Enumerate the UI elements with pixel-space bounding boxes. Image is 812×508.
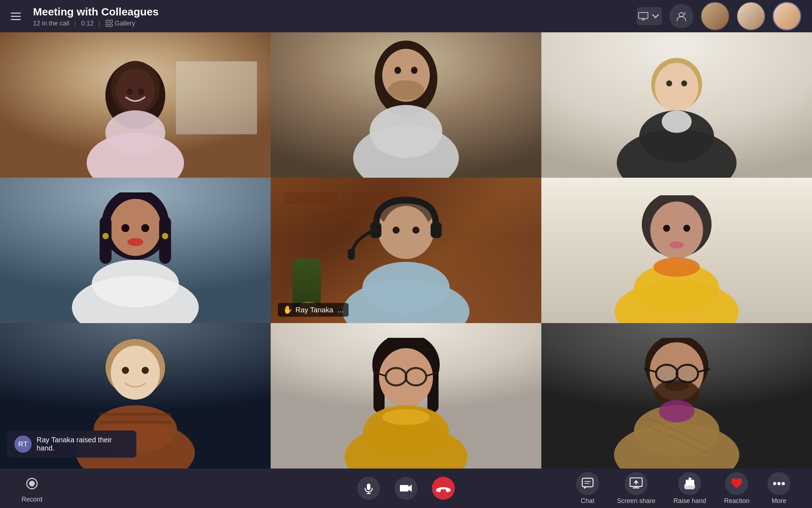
svg-rect-96 [367,484,370,490]
svg-point-113 [782,482,785,485]
mic-icon-bg [357,477,380,500]
avatar-1[interactable] [701,2,729,31]
meeting-title: Meeting with Colleagues [33,5,637,18]
svg-point-27 [666,80,672,87]
toolbar-center [357,477,455,500]
record-icon [22,474,42,494]
svg-point-10 [116,68,155,112]
video-cell-7[interactable]: RT Ray Tanaka raised their hand. [0,323,271,469]
camera-button[interactable] [395,477,417,500]
svg-rect-43 [430,222,442,238]
header-right: + [637,2,801,31]
chat-icon-bg [576,472,599,495]
more-options[interactable]: ... [337,306,344,314]
svg-point-81 [382,409,430,425]
svg-rect-4 [639,13,648,19]
svg-point-111 [773,482,776,485]
svg-point-53 [650,201,703,259]
svg-point-14 [106,110,165,155]
screenshare-icon [630,477,643,490]
reaction-icon [730,477,743,490]
screenshare-icon-bg [625,472,648,495]
toolbar: Record [0,469,812,508]
header: Meeting with Colleagues 12 in the call |… [0,0,812,32]
more-icon [773,482,785,485]
svg-point-86 [656,365,678,382]
toast-text: Ray Tanaka raised their hand. [37,436,129,452]
camera-icon [400,483,412,493]
record-dot-inner [29,481,35,486]
raisehand-icon-bg [678,472,701,495]
video-cell-4[interactable] [0,178,271,323]
screenshare-button[interactable]: Screen share [617,472,655,505]
svg-point-19 [411,67,417,74]
view-label: Gallery [115,20,135,27]
duration: 0:12 [81,20,94,27]
mic-icon [363,483,374,494]
svg-rect-0 [106,20,108,23]
more-button[interactable]: More [767,472,790,505]
svg-point-101 [446,489,449,492]
screen-share-button[interactable] [637,7,662,25]
svg-text:+: + [683,13,685,16]
video-cell-8[interactable] [271,323,541,469]
svg-point-48 [392,226,400,233]
video-cell-1[interactable] [0,32,271,178]
svg-point-47 [363,262,450,313]
separator-1: | [74,20,76,27]
hangup-button[interactable] [432,477,455,500]
svg-point-66 [122,367,129,374]
video-cell-9[interactable] [541,323,812,469]
svg-point-57 [670,241,684,248]
gallery-icon [106,20,113,27]
video-cell-2[interactable] [271,32,541,178]
svg-point-39 [141,224,149,232]
svg-point-23 [655,63,698,112]
view-mode[interactable]: Gallery [106,20,135,27]
svg-point-36 [92,260,179,307]
svg-rect-102 [582,478,593,487]
svg-point-78 [397,392,415,406]
avatar-3[interactable] [773,2,801,31]
hangup-icon-bg [432,477,455,500]
svg-point-18 [395,67,401,74]
svg-point-100 [437,489,441,492]
svg-point-56 [653,257,700,276]
raisehand-label: Raise hand [673,497,706,505]
svg-rect-64 [100,413,171,415]
toast-avatar-label: RT [18,440,28,448]
reaction-button[interactable]: Reaction [724,472,750,505]
meeting-meta: 12 in the call | 0:12 | Gallery [33,20,637,27]
toast-avatar: RT [14,435,32,453]
svg-point-59 [683,225,690,232]
svg-rect-110 [684,484,695,489]
svg-rect-44 [348,248,355,260]
more-label: More [771,497,786,505]
svg-rect-42 [370,222,382,238]
participants-icon: + [675,10,687,22]
record-button[interactable]: Record [22,474,42,503]
participants-button[interactable]: + [669,4,694,28]
record-label: Record [22,496,42,503]
chat-button[interactable]: Chat [576,472,599,505]
svg-rect-2 [106,24,108,27]
svg-point-11 [127,88,133,95]
menu-button[interactable] [11,10,23,22]
svg-point-58 [663,225,670,232]
svg-point-26 [662,110,691,133]
person-silhouette-2 [271,32,541,178]
svg-point-38 [121,224,129,232]
video-grid: ✋ Ray Tanaka ... [0,32,812,469]
svg-point-34 [162,233,168,239]
svg-rect-3 [110,24,112,27]
video-cell-6[interactable] [541,178,812,323]
toolbar-right: Chat Screen share [576,472,790,505]
video-cell-3[interactable] [541,32,812,178]
video-cell-5[interactable]: ✋ Ray Tanaka ... [271,178,541,323]
svg-point-49 [412,226,420,233]
raisehand-button[interactable]: Raise hand [673,472,706,505]
mic-button[interactable] [357,477,380,500]
avatar-2[interactable] [737,2,765,31]
person-silhouette-3 [541,54,812,178]
svg-rect-99 [400,485,409,491]
